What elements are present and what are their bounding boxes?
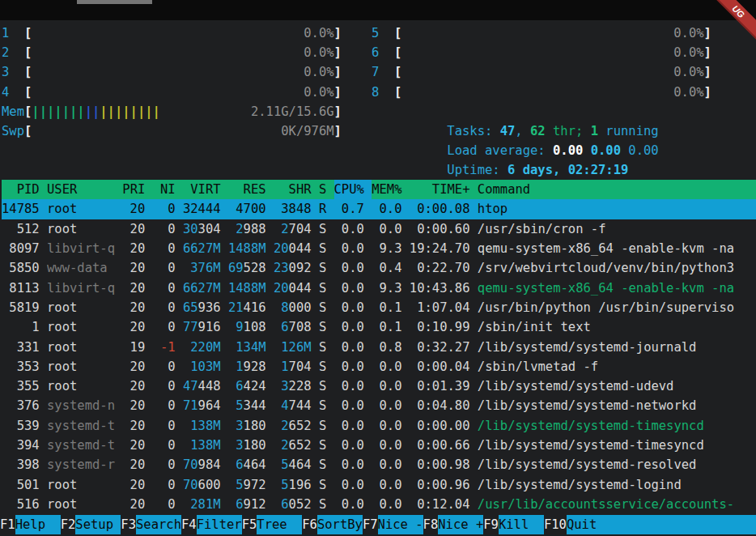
- process-row-376[interactable]: 376systemd-n2007196453444744S0.00.00:04.…: [2, 396, 756, 415]
- process-row-1[interactable]: 1root2007791691086708S0.00.10:10.99/sbin…: [2, 317, 756, 337]
- column-header-ni[interactable]: NI: [153, 180, 183, 199]
- fkey-label-f10[interactable]: Quit: [567, 515, 756, 534]
- process-row-14785[interactable]: 14785root2003244447003848R0.70.00:00.08h…: [2, 199, 756, 219]
- process-row-398[interactable]: 398systemd-r2007098464645464S0.00.00:00.…: [2, 455, 756, 474]
- fkey-label-f3[interactable]: Search: [136, 515, 181, 534]
- column-header-s[interactable]: S: [319, 180, 334, 199]
- column-header-pri[interactable]: PRI: [122, 180, 152, 199]
- htop-terminal: 1 [0.0%]2 [0.0%]3 [0.0%]4 [0.0%]Mem[||||…: [0, 20, 756, 536]
- meter-bar-yellow: |: [153, 102, 160, 121]
- process-row-8097[interactable]: 8097libvirt-q2006627M1488M20044S0.09.319…: [2, 239, 756, 258]
- cell-user: root: [47, 475, 122, 495]
- process-row-8113[interactable]: 8113libvirt-q2006627M1488M20044S0.09.310…: [2, 279, 756, 298]
- fkey-label-f4[interactable]: Filter: [197, 515, 242, 534]
- process-row-355[interactable]: 355root2004744864243228S0.00.00:01.39/li…: [2, 376, 756, 396]
- meter-label: 7: [372, 62, 394, 82]
- process-row-394[interactable]: 394systemd-t200138M31802652S0.00.00:00.6…: [2, 436, 756, 455]
- cell-mem: 9.3: [372, 239, 410, 258]
- cell-virt: 32444: [183, 199, 228, 219]
- fkey-label-f5[interactable]: Tree: [257, 515, 302, 534]
- fkey-f4[interactable]: F4: [181, 515, 197, 534]
- process-row-512[interactable]: 512root2003030429882704S0.00.00:00.60/us…: [2, 219, 756, 239]
- fkey-label-f9[interactable]: Kill: [499, 515, 544, 534]
- fkey-label-f8[interactable]: Nice +: [438, 515, 483, 534]
- cell-ni: 0: [153, 279, 183, 298]
- meter-bar-green: |: [32, 102, 39, 121]
- column-header-res[interactable]: RES: [228, 180, 274, 199]
- tasks-line: Tasks: 47, 62 thr; 1 running: [372, 102, 752, 121]
- meter-label: Mem: [2, 102, 24, 121]
- cell-mem: 0.0: [372, 219, 410, 239]
- fkey-f7[interactable]: F7: [363, 515, 378, 534]
- column-header-virt[interactable]: VIRT: [183, 180, 228, 199]
- column-header-user[interactable]: USER: [47, 180, 122, 199]
- meter-label: 5: [372, 23, 394, 43]
- fkey-f6[interactable]: F6: [302, 515, 317, 534]
- cell-s: S: [319, 475, 334, 495]
- fkey-label-f6[interactable]: SortBy: [317, 515, 363, 534]
- column-header-pid[interactable]: PID: [2, 180, 47, 199]
- meter-close-bracket: ]: [334, 23, 342, 43]
- cell-virt: 376M: [183, 258, 228, 278]
- cell-ni: 0: [153, 495, 183, 514]
- cell-cmd: /srv/webvirtcloud/venv/bin/python3: [478, 258, 756, 278]
- column-header-cmd[interactable]: Command: [478, 180, 756, 199]
- cell-mem: 0.0: [372, 455, 410, 474]
- process-row-516[interactable]: 516root200281M69126052S0.00.00:12.04/usr…: [2, 495, 756, 514]
- fkey-label-f7[interactable]: Nice -: [378, 515, 423, 534]
- meter-bar-green: |: [54, 102, 62, 121]
- cell-s: S: [319, 298, 334, 317]
- cell-s: R: [319, 199, 334, 219]
- process-row-331[interactable]: 331root19-1220M134M126MS0.00.80:32.27/li…: [2, 338, 756, 357]
- cell-pid: 14785: [2, 199, 47, 219]
- meter-bar-green: |: [77, 102, 84, 121]
- fkey-f5[interactable]: F5: [242, 515, 257, 534]
- process-row-501[interactable]: 501root2007060059725196S0.00.00:00.96/li…: [2, 475, 756, 495]
- column-header-cpu[interactable]: CPU%: [334, 180, 372, 199]
- cell-res: 2988: [228, 219, 274, 239]
- meter-body: 0.0%: [401, 43, 703, 62]
- cell-res: 5972: [228, 475, 274, 495]
- fkey-f10[interactable]: F10: [544, 515, 567, 534]
- meter-value: 0.0%: [304, 83, 333, 102]
- fkey-f1[interactable]: F1: [0, 515, 15, 534]
- cell-mem: 9.3: [372, 279, 410, 298]
- cell-res: 3180: [228, 416, 274, 436]
- cell-pid: 353: [2, 357, 47, 376]
- tasks-count: 47: [500, 124, 516, 138]
- meter-bar-blue: |: [92, 102, 100, 121]
- cell-pri: 20: [122, 495, 152, 514]
- cell-shr: 3848: [274, 199, 319, 219]
- cell-s: S: [319, 279, 334, 298]
- meter-label: 1: [2, 23, 24, 43]
- meter-body: 0.0%: [32, 62, 333, 82]
- cell-virt: 30304: [183, 219, 228, 239]
- cell-res: 6912: [228, 495, 274, 514]
- fkey-f2[interactable]: F2: [61, 515, 76, 534]
- fkey-label-f2[interactable]: Setup: [75, 515, 121, 534]
- cell-virt: 47448: [183, 376, 228, 396]
- process-row-539[interactable]: 539systemd-t200138M31802652S0.00.00:00.0…: [2, 416, 756, 436]
- cell-pid: 5850: [2, 258, 47, 278]
- fkey-label-f1[interactable]: Help: [15, 515, 61, 534]
- fkey-f8[interactable]: F8: [423, 515, 439, 534]
- process-row-5850[interactable]: 5850www-data200376M6952823092S0.00.40:22…: [2, 258, 756, 278]
- cell-res: 6424: [228, 376, 274, 396]
- process-row-353[interactable]: 353root200103M19281704S0.00.00:00.04/sbi…: [2, 357, 756, 376]
- fkey-f3[interactable]: F3: [121, 515, 136, 534]
- meter-bar-green: |: [62, 102, 70, 121]
- cell-virt: 138M: [183, 436, 228, 455]
- cell-pid: 516: [2, 495, 47, 514]
- cell-time: 0:32.27: [410, 338, 478, 357]
- cell-pri: 19: [122, 338, 152, 357]
- column-header-shr[interactable]: SHR: [274, 180, 319, 199]
- cell-cpu: 0.0: [334, 455, 372, 474]
- fkey-f9[interactable]: F9: [483, 515, 499, 534]
- cell-pri: 20: [122, 396, 152, 415]
- browser-tab-sliver[interactable]: [77, 0, 152, 4]
- cell-pid: 355: [2, 376, 47, 396]
- cell-res: 1928: [228, 357, 274, 376]
- process-row-5819[interactable]: 5819root20065936214168000S0.00.11:07.04/…: [2, 298, 756, 317]
- cpu-meter-8: 8 [0.0%]: [372, 83, 752, 102]
- cell-mem: 0.0: [372, 199, 410, 219]
